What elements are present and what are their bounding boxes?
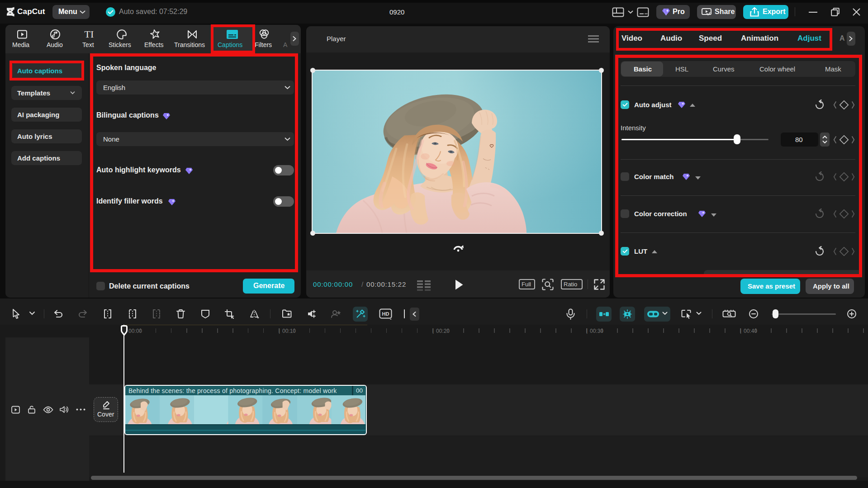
svg-text:HD: HD: [382, 311, 389, 317]
svg-text:TI: TI: [85, 29, 94, 40]
